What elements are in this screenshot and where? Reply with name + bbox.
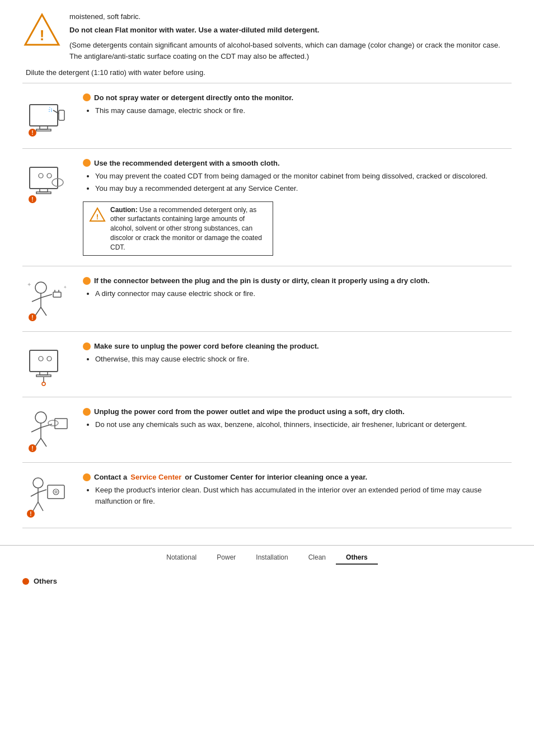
bullet-item: A dirty connector may cause electric sho… bbox=[95, 288, 512, 299]
circle-icon-spray bbox=[83, 93, 91, 101]
svg-line-44 bbox=[41, 424, 52, 428]
nav-item-installation[interactable]: Installation bbox=[246, 551, 298, 565]
svg-line-7 bbox=[49, 107, 52, 109]
svg-rect-4 bbox=[36, 129, 51, 131]
section-spray-image: ! bbox=[22, 93, 73, 138]
page-container: ! moistened, soft fabric. Do not clean F… bbox=[0, 0, 534, 591]
top-note-text: moistened, soft fabric. Do not clean Fla… bbox=[69, 11, 512, 64]
svg-text:!: ! bbox=[31, 196, 33, 203]
nav-item-notational[interactable]: Notational bbox=[156, 551, 207, 565]
svg-line-8 bbox=[48, 109, 52, 110]
svg-text:✦: ✦ bbox=[63, 285, 67, 290]
section-connector-image: ✦ ✦ ! bbox=[22, 276, 73, 321]
bullet-item: Do not use any chemicals such as wax, be… bbox=[95, 419, 512, 430]
nav-item-power[interactable]: Power bbox=[207, 551, 246, 565]
service-center-link[interactable]: Service Center bbox=[130, 473, 181, 481]
top-note-line2: Do not clean Flat monitor with water. Us… bbox=[69, 25, 512, 36]
svg-point-38 bbox=[39, 356, 43, 361]
section-detergent: ! Use the recommended detergent with a s… bbox=[22, 149, 512, 267]
caution-text: Caution: Use a recommended detergent onl… bbox=[110, 205, 267, 252]
section-service-title-suffix: or Customer Center for interior cleaning… bbox=[185, 473, 367, 481]
bullet-item: Keep the product's interior clean. Dust … bbox=[95, 485, 512, 506]
section-service-bullets: Keep the product's interior clean. Dust … bbox=[83, 485, 512, 506]
section-service-title-prefix: Contact a bbox=[94, 473, 127, 481]
svg-point-16 bbox=[47, 173, 51, 178]
caution-label: Caution: bbox=[110, 206, 138, 214]
top-note-detail: (Some detergents contain significant amo… bbox=[69, 40, 512, 62]
svg-text:!: ! bbox=[31, 130, 33, 136]
svg-line-57 bbox=[38, 502, 43, 511]
nav-bar: Notational Power Installation Clean Othe… bbox=[0, 545, 534, 568]
orange-dot-icon bbox=[22, 578, 29, 585]
svg-rect-5 bbox=[59, 110, 64, 120]
svg-rect-37 bbox=[36, 375, 51, 377]
svg-point-48 bbox=[48, 420, 58, 426]
section-connector-bullets: A dirty connector may cause electric sho… bbox=[83, 288, 512, 299]
svg-text:!: ! bbox=[31, 445, 33, 452]
top-note-line1: moistened, soft fabric. bbox=[69, 11, 512, 22]
svg-text:!: ! bbox=[96, 213, 99, 221]
circle-icon-connector bbox=[83, 277, 91, 285]
section-detergent-image: ! bbox=[22, 159, 73, 204]
section-unplug: Make sure to unplug the power cord befor… bbox=[22, 332, 512, 397]
svg-line-24 bbox=[41, 294, 52, 298]
section-wipe-text: Unplug the power cord from the power out… bbox=[83, 407, 512, 432]
caution-warn-icon: ! bbox=[89, 206, 106, 226]
svg-line-47 bbox=[41, 438, 46, 447]
svg-point-15 bbox=[39, 173, 43, 178]
bullet-item: This may cause damage, electric shock or… bbox=[95, 105, 512, 116]
section-unplug-title: Make sure to unplug the power cord befor… bbox=[83, 342, 512, 350]
bullet-item: You may prevent the coated CDT from bein… bbox=[95, 171, 512, 182]
svg-text:!: ! bbox=[30, 511, 31, 517]
section-spray-title: Do not spray water or detergent directly… bbox=[83, 93, 512, 102]
svg-point-22 bbox=[35, 282, 46, 293]
top-warning-image: ! bbox=[22, 11, 62, 50]
content-area: ! moistened, soft fabric. Do not clean F… bbox=[0, 0, 534, 534]
section-service-image: ! bbox=[22, 473, 73, 518]
svg-line-56 bbox=[33, 502, 38, 511]
svg-point-52 bbox=[33, 478, 43, 488]
section-service-text: Contact a Service Center or Customer Cen… bbox=[83, 473, 512, 508]
svg-point-59 bbox=[53, 489, 59, 495]
section-wipe-title: Unplug the power cord from the power out… bbox=[83, 407, 512, 416]
svg-point-42 bbox=[35, 412, 46, 423]
section-detergent-text: Use the recommended detergent with a smo… bbox=[83, 159, 512, 256]
circle-icon-service bbox=[83, 473, 91, 481]
svg-point-60 bbox=[55, 491, 57, 493]
section-detergent-bullets: You may prevent the coated CDT from bein… bbox=[83, 171, 512, 194]
svg-text:!: ! bbox=[40, 27, 45, 44]
section-wipe-image: ! bbox=[22, 407, 73, 452]
svg-text:✦: ✦ bbox=[27, 281, 31, 288]
svg-line-45 bbox=[31, 428, 41, 432]
bullet-item: You may buy a recommended detergent at a… bbox=[95, 183, 512, 194]
svg-line-26 bbox=[35, 307, 41, 316]
svg-text:!: ! bbox=[31, 314, 33, 321]
svg-line-27 bbox=[41, 307, 46, 316]
section-spray-text: Do not spray water or detergent directly… bbox=[83, 93, 512, 118]
top-note: ! moistened, soft fabric. Do not clean F… bbox=[22, 6, 512, 83]
svg-rect-35 bbox=[30, 350, 58, 372]
caution-box: ! Caution: Use a recommended detergent o… bbox=[83, 201, 273, 256]
nav-item-others[interactable]: Others bbox=[336, 551, 378, 565]
svg-line-25 bbox=[32, 298, 41, 302]
svg-rect-28 bbox=[53, 292, 61, 297]
section-service-title: Contact a Service Center or Customer Cen… bbox=[83, 473, 512, 481]
svg-rect-58 bbox=[48, 485, 64, 499]
svg-point-39 bbox=[47, 356, 51, 361]
bullet-item: Otherwise, this may cause electric shock… bbox=[95, 354, 512, 365]
section-spray-bullets: This may cause damage, electric shock or… bbox=[83, 105, 512, 116]
bottom-label-area: Others bbox=[0, 568, 534, 591]
section-spray: ! Do not spray water or detergent direct… bbox=[22, 83, 512, 149]
circle-icon-wipe bbox=[83, 408, 91, 416]
section-unplug-bullets: Otherwise, this may cause electric shock… bbox=[83, 354, 512, 365]
section-unplug-image bbox=[22, 342, 73, 387]
svg-line-46 bbox=[35, 438, 41, 447]
svg-line-55 bbox=[31, 492, 38, 496]
section-wipe: ! Unplug the power cord from the power o… bbox=[22, 397, 512, 463]
svg-line-54 bbox=[38, 490, 46, 492]
svg-rect-2 bbox=[30, 105, 58, 126]
nav-item-clean[interactable]: Clean bbox=[298, 551, 336, 565]
section-wipe-bullets: Do not use any chemicals such as wax, be… bbox=[83, 419, 512, 430]
svg-rect-14 bbox=[36, 192, 51, 194]
section-connector-text: If the connector between the plug and th… bbox=[83, 276, 512, 301]
